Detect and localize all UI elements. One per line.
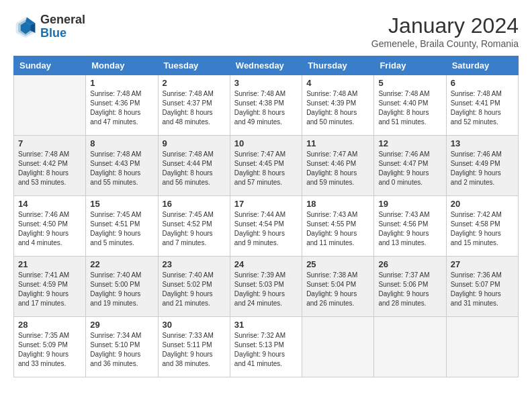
cell-info: Sunrise: 7:37 AM Sunset: 5:06 PM Dayligh…	[378, 271, 441, 308]
cell-info: Sunrise: 7:39 AM Sunset: 5:03 PM Dayligh…	[234, 271, 298, 308]
day-number: 19	[378, 199, 441, 209]
day-number: 20	[451, 199, 514, 209]
day-number: 15	[90, 199, 153, 209]
weekday-header: Wednesday	[230, 56, 302, 75]
logo-blue: Blue	[40, 26, 66, 40]
day-number: 10	[234, 138, 298, 148]
calendar-cell: 31Sunrise: 7:32 AM Sunset: 5:13 PM Dayli…	[230, 317, 302, 377]
calendar-cell: 4Sunrise: 7:48 AM Sunset: 4:39 PM Daylig…	[302, 75, 374, 136]
location-subtitle: Gemenele, Braila County, Romania	[371, 38, 519, 49]
day-number: 11	[306, 138, 369, 148]
day-number: 14	[18, 199, 81, 209]
calendar-cell	[302, 317, 374, 377]
calendar-cell: 8Sunrise: 7:48 AM Sunset: 4:43 PM Daylig…	[86, 136, 158, 196]
calendar-week-row: 1Sunrise: 7:48 AM Sunset: 4:36 PM Daylig…	[14, 75, 519, 136]
calendar-cell: 15Sunrise: 7:45 AM Sunset: 4:51 PM Dayli…	[86, 196, 158, 257]
cell-info: Sunrise: 7:46 AM Sunset: 4:49 PM Dayligh…	[451, 150, 514, 187]
day-number: 22	[90, 259, 153, 269]
day-number: 7	[18, 138, 81, 148]
day-number: 24	[234, 259, 298, 269]
calendar-cell: 22Sunrise: 7:40 AM Sunset: 5:00 PM Dayli…	[86, 257, 158, 317]
calendar-cell: 12Sunrise: 7:46 AM Sunset: 4:47 PM Dayli…	[374, 136, 446, 196]
calendar-cell: 7Sunrise: 7:48 AM Sunset: 4:42 PM Daylig…	[14, 136, 86, 196]
calendar-cell: 10Sunrise: 7:47 AM Sunset: 4:45 PM Dayli…	[230, 136, 302, 196]
calendar-week-row: 28Sunrise: 7:35 AM Sunset: 5:09 PM Dayli…	[14, 317, 519, 377]
calendar-cell: 13Sunrise: 7:46 AM Sunset: 4:49 PM Dayli…	[446, 136, 518, 196]
cell-info: Sunrise: 7:44 AM Sunset: 4:54 PM Dayligh…	[234, 210, 298, 248]
day-number: 31	[234, 320, 298, 330]
day-number: 18	[306, 199, 369, 209]
day-number: 29	[90, 320, 153, 330]
cell-info: Sunrise: 7:48 AM Sunset: 4:36 PM Dayligh…	[90, 89, 153, 127]
calendar-cell: 3Sunrise: 7:48 AM Sunset: 4:38 PM Daylig…	[230, 75, 302, 136]
calendar-cell	[446, 317, 518, 377]
day-number: 27	[451, 259, 514, 269]
cell-info: Sunrise: 7:42 AM Sunset: 4:58 PM Dayligh…	[451, 210, 514, 248]
day-number: 8	[90, 138, 153, 148]
cell-info: Sunrise: 7:33 AM Sunset: 5:11 PM Dayligh…	[163, 331, 226, 369]
day-number: 2	[163, 78, 226, 88]
day-number: 4	[306, 78, 369, 88]
calendar-cell: 21Sunrise: 7:41 AM Sunset: 4:59 PM Dayli…	[14, 257, 86, 317]
calendar-cell: 30Sunrise: 7:33 AM Sunset: 5:11 PM Dayli…	[158, 317, 230, 377]
calendar-cell: 5Sunrise: 7:48 AM Sunset: 4:40 PM Daylig…	[374, 75, 446, 136]
cell-info: Sunrise: 7:47 AM Sunset: 4:46 PM Dayligh…	[306, 150, 369, 187]
cell-info: Sunrise: 7:48 AM Sunset: 4:44 PM Dayligh…	[163, 150, 226, 187]
calendar-cell	[14, 75, 86, 136]
day-number: 12	[378, 138, 441, 148]
cell-info: Sunrise: 7:45 AM Sunset: 4:51 PM Dayligh…	[90, 210, 153, 248]
day-number: 23	[163, 259, 226, 269]
day-number: 1	[90, 78, 153, 88]
calendar-cell: 9Sunrise: 7:48 AM Sunset: 4:44 PM Daylig…	[158, 136, 230, 196]
calendar-cell: 20Sunrise: 7:42 AM Sunset: 4:58 PM Dayli…	[446, 196, 518, 257]
calendar-cell: 16Sunrise: 7:45 AM Sunset: 4:52 PM Dayli…	[158, 196, 230, 257]
cell-info: Sunrise: 7:46 AM Sunset: 4:50 PM Dayligh…	[18, 210, 81, 248]
weekday-header: Tuesday	[158, 56, 230, 75]
logo-text: General Blue	[40, 13, 85, 40]
calendar-cell: 25Sunrise: 7:38 AM Sunset: 5:04 PM Dayli…	[302, 257, 374, 317]
day-number: 16	[163, 199, 226, 209]
cell-info: Sunrise: 7:32 AM Sunset: 5:13 PM Dayligh…	[234, 331, 298, 369]
day-number: 13	[451, 138, 514, 148]
day-number: 30	[163, 320, 226, 330]
calendar-cell: 1Sunrise: 7:48 AM Sunset: 4:36 PM Daylig…	[86, 75, 158, 136]
page-header: General Blue January 2024 Gemenele, Brai…	[13, 13, 519, 49]
cell-info: Sunrise: 7:47 AM Sunset: 4:45 PM Dayligh…	[234, 150, 298, 187]
day-number: 5	[378, 78, 441, 88]
cell-info: Sunrise: 7:48 AM Sunset: 4:37 PM Dayligh…	[163, 89, 226, 127]
calendar-cell: 6Sunrise: 7:48 AM Sunset: 4:41 PM Daylig…	[446, 75, 518, 136]
cell-info: Sunrise: 7:40 AM Sunset: 5:00 PM Dayligh…	[90, 271, 153, 308]
cell-info: Sunrise: 7:43 AM Sunset: 4:56 PM Dayligh…	[378, 210, 441, 248]
day-number: 3	[234, 78, 298, 88]
logo: General Blue	[13, 13, 85, 40]
calendar-week-row: 7Sunrise: 7:48 AM Sunset: 4:42 PM Daylig…	[14, 136, 519, 196]
month-title: January 2024	[371, 13, 519, 38]
calendar-week-row: 21Sunrise: 7:41 AM Sunset: 4:59 PM Dayli…	[14, 257, 519, 317]
calendar-week-row: 14Sunrise: 7:46 AM Sunset: 4:50 PM Dayli…	[14, 196, 519, 257]
cell-info: Sunrise: 7:45 AM Sunset: 4:52 PM Dayligh…	[163, 210, 226, 248]
weekday-header: Friday	[374, 56, 446, 75]
calendar-cell: 26Sunrise: 7:37 AM Sunset: 5:06 PM Dayli…	[374, 257, 446, 317]
day-number: 6	[451, 78, 514, 88]
day-number: 28	[18, 320, 81, 330]
cell-info: Sunrise: 7:48 AM Sunset: 4:42 PM Dayligh…	[18, 150, 81, 187]
cell-info: Sunrise: 7:43 AM Sunset: 4:55 PM Dayligh…	[306, 210, 369, 248]
weekday-header: Sunday	[14, 56, 86, 75]
calendar-cell	[374, 317, 446, 377]
calendar-cell: 2Sunrise: 7:48 AM Sunset: 4:37 PM Daylig…	[158, 75, 230, 136]
day-number: 25	[306, 259, 369, 269]
calendar-cell: 28Sunrise: 7:35 AM Sunset: 5:09 PM Dayli…	[14, 317, 86, 377]
calendar-cell: 24Sunrise: 7:39 AM Sunset: 5:03 PM Dayli…	[230, 257, 302, 317]
cell-info: Sunrise: 7:35 AM Sunset: 5:09 PM Dayligh…	[18, 331, 81, 369]
calendar-cell: 23Sunrise: 7:40 AM Sunset: 5:02 PM Dayli…	[158, 257, 230, 317]
cell-info: Sunrise: 7:48 AM Sunset: 4:39 PM Dayligh…	[306, 89, 369, 127]
calendar-cell: 17Sunrise: 7:44 AM Sunset: 4:54 PM Dayli…	[230, 196, 302, 257]
weekday-header: Saturday	[446, 56, 518, 75]
calendar-cell: 11Sunrise: 7:47 AM Sunset: 4:46 PM Dayli…	[302, 136, 374, 196]
title-block: January 2024 Gemenele, Braila County, Ro…	[371, 13, 519, 49]
day-number: 17	[234, 199, 298, 209]
cell-info: Sunrise: 7:36 AM Sunset: 5:07 PM Dayligh…	[451, 271, 514, 308]
cell-info: Sunrise: 7:40 AM Sunset: 5:02 PM Dayligh…	[163, 271, 226, 308]
weekday-header-row: SundayMondayTuesdayWednesdayThursdayFrid…	[14, 56, 519, 75]
logo-icon	[13, 15, 38, 39]
